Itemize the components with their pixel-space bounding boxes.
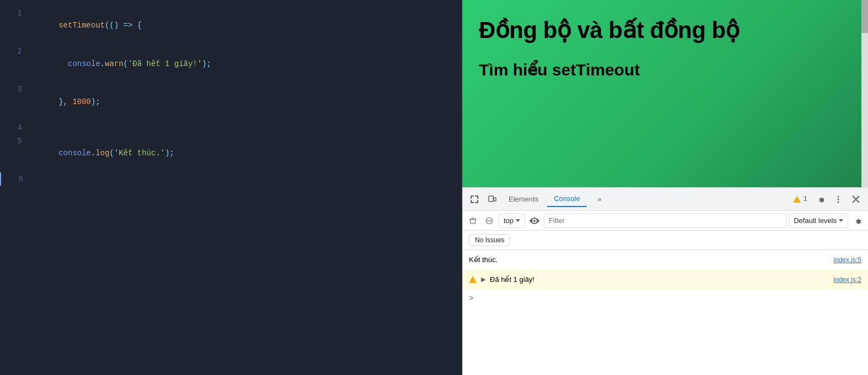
- browser-preview: Đồng bộ và bất đồng bộ Tìm hiểu setTimeo…: [462, 0, 868, 187]
- warn-triangle-icon: [469, 276, 477, 283]
- log-levels-dropdown[interactable]: Default levels: [789, 214, 848, 228]
- console-warn-message: Đã hết 1 giây!: [490, 275, 534, 284]
- svg-rect-0: [489, 196, 493, 202]
- console-output: No Issues Kết thúc. index.js:5 ▶ Đã hết …: [462, 231, 868, 375]
- code-line: 5 console.log('Kết thúc.');: [0, 134, 461, 172]
- svg-point-2: [838, 195, 839, 197]
- tab-elements[interactable]: Elements: [502, 192, 545, 207]
- tab-console[interactable]: Console: [547, 192, 587, 207]
- device-toolbar-button[interactable]: [484, 192, 500, 207]
- svg-point-3: [838, 198, 839, 200]
- console-entry-link-log[interactable]: index.js:5: [833, 256, 861, 264]
- console-entry-link-warn[interactable]: index.js:2: [833, 276, 861, 284]
- code-line: 4: [0, 121, 461, 134]
- console-toolbar: top Default levels: [462, 211, 868, 231]
- warning-triangle-icon: [793, 196, 801, 203]
- code-line-cursor: 6: [0, 172, 461, 186]
- warning-badge[interactable]: 1: [790, 194, 811, 204]
- scrollbar-thumb[interactable]: [861, 0, 868, 33]
- console-log-entry: Kết thúc. index.js:5: [462, 250, 868, 270]
- line-number: 3: [6, 83, 22, 120]
- console-prompt-row: >: [462, 290, 868, 307]
- devtools-settings-button[interactable]: [813, 192, 828, 207]
- console-settings-button[interactable]: [850, 214, 865, 228]
- no-issues-button[interactable]: No Issues: [469, 234, 510, 246]
- console-filter-input[interactable]: [544, 214, 787, 228]
- devtools-more-button[interactable]: [831, 192, 846, 207]
- code-line: 3 }, 1000);: [0, 83, 461, 121]
- clear-console-button[interactable]: [466, 214, 480, 228]
- console-entry-content-warn: ▶ Đã hết 1 giây!: [469, 275, 534, 284]
- preview-main-title: Đồng bộ và bất đồng bộ: [479, 17, 851, 44]
- code-line: 2 console.warn('Đã hết 1 giây!');: [0, 45, 461, 83]
- line-number: 4: [6, 122, 22, 134]
- line-number: 5: [6, 135, 22, 172]
- code-editor[interactable]: 1 setTimeout(() => { 2 console.warn('Đã …: [0, 0, 461, 375]
- devtools-close-button[interactable]: [848, 192, 864, 207]
- live-expressions-button[interactable]: [527, 214, 542, 228]
- right-panel: Đồng bộ và bất đồng bộ Tìm hiểu setTimeo…: [462, 0, 868, 375]
- svg-point-7: [533, 220, 536, 222]
- warning-count: 1: [803, 195, 807, 203]
- devtools-tabs-bar: Elements Console » 1: [462, 188, 868, 211]
- preview-scrollbar[interactable]: [861, 0, 868, 187]
- context-label: top: [504, 216, 514, 225]
- console-entry-content: Kết thúc.: [469, 256, 498, 264]
- devtools-right-icons: 1: [790, 192, 864, 207]
- block-requests-button[interactable]: [482, 214, 496, 228]
- line-number: 6: [7, 173, 23, 185]
- line-number: 1: [6, 7, 22, 44]
- console-warn-entry: ▶ Đã hết 1 giây! index.js:2: [462, 270, 868, 290]
- console-log-message: Kết thúc.: [469, 256, 498, 264]
- inspect-element-button[interactable]: [467, 192, 482, 207]
- devtools-panel: Elements Console » 1: [462, 187, 868, 375]
- svg-rect-1: [494, 198, 496, 201]
- tab-more[interactable]: »: [589, 192, 608, 207]
- expand-arrow-icon[interactable]: ▶: [481, 276, 485, 283]
- line-number: 2: [6, 45, 22, 82]
- no-issues-bar: No Issues: [462, 231, 868, 250]
- log-levels-label: Default levels: [794, 216, 837, 225]
- code-line: 1 setTimeout(() => {: [0, 7, 461, 45]
- preview-subtitle: Tìm hiểu setTimeout: [479, 60, 851, 79]
- svg-point-4: [838, 201, 839, 203]
- context-selector[interactable]: top: [499, 214, 525, 228]
- prompt-arrow-icon: >: [469, 294, 473, 303]
